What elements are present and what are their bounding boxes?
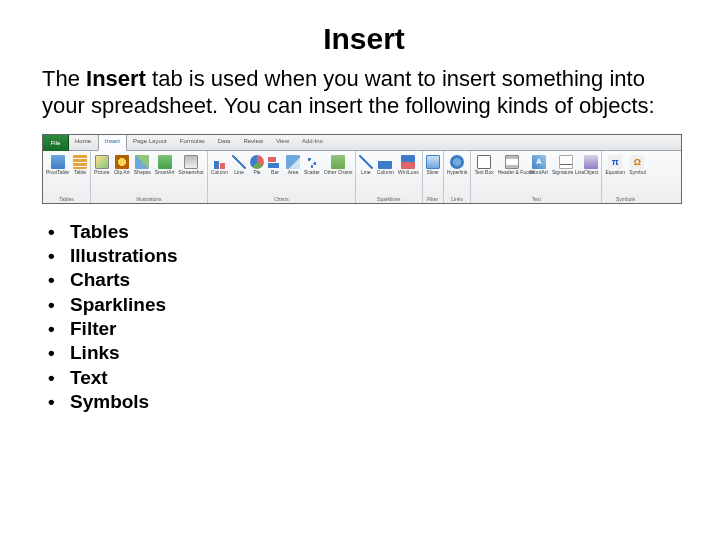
- picture-icon: [95, 155, 109, 169]
- hyperlink-icon: [450, 155, 464, 169]
- slicer-icon: [426, 155, 440, 169]
- tab-insert[interactable]: Insert: [98, 135, 127, 151]
- list-item: Sparklines: [48, 293, 686, 317]
- btn-table[interactable]: Table: [72, 153, 88, 175]
- group-symbols: πEquation ΩSymbol Symbols: [602, 151, 648, 203]
- shapes-icon: [135, 155, 149, 169]
- btn-slicer[interactable]: Slicer: [425, 153, 441, 175]
- btn-hyperlink[interactable]: Hyperlink: [446, 153, 469, 175]
- header-footer-icon: [505, 155, 519, 169]
- symbol-icon: Ω: [630, 155, 644, 169]
- btn-chart-line[interactable]: Line: [231, 153, 247, 175]
- list-item: Tables: [48, 220, 686, 244]
- group-text: Text Box Header & Footer AWordArt Signat…: [471, 151, 602, 203]
- area-chart-icon: [286, 155, 300, 169]
- btn-chart-other[interactable]: Other Charts: [323, 153, 353, 175]
- intro-pre: The: [42, 66, 86, 91]
- ribbon-screenshot: File Home Insert Page Layout Formulas Da…: [42, 134, 682, 204]
- group-text-label: Text: [473, 195, 599, 202]
- pivottable-icon: [51, 155, 65, 169]
- group-tables-label: Tables: [45, 195, 88, 202]
- signature-icon: [559, 155, 573, 169]
- btn-pivottable[interactable]: PivotTable: [45, 153, 70, 175]
- ribbon-tabs: File Home Insert Page Layout Formulas Da…: [43, 135, 681, 151]
- btn-textbox[interactable]: Text Box: [473, 153, 494, 175]
- group-sparklines-label: Sparklines: [358, 195, 420, 202]
- btn-chart-area[interactable]: Area: [285, 153, 301, 175]
- column-chart-icon: [212, 155, 226, 169]
- btn-spark-winloss[interactable]: Win/Loss: [397, 153, 420, 175]
- line-chart-icon: [232, 155, 246, 169]
- tab-formulas[interactable]: Formulas: [174, 135, 212, 150]
- tab-view[interactable]: View: [270, 135, 296, 150]
- list-item: Symbols: [48, 390, 686, 414]
- btn-signature[interactable]: Signature Line: [551, 153, 581, 175]
- btn-picture[interactable]: Picture: [93, 153, 111, 175]
- btn-screenshot[interactable]: Screenshot: [177, 153, 204, 175]
- list-item: Charts: [48, 268, 686, 292]
- group-illustrations-label: Illustrations: [93, 195, 205, 202]
- tab-addins[interactable]: Add-Ins: [296, 135, 330, 150]
- tab-home[interactable]: Home: [69, 135, 98, 150]
- sparkline-line-icon: [359, 155, 373, 169]
- tab-page-layout[interactable]: Page Layout: [127, 135, 174, 150]
- btn-spark-line[interactable]: Line: [358, 153, 374, 175]
- table-icon: [73, 155, 87, 169]
- group-symbols-label: Symbols: [604, 195, 646, 202]
- tab-review[interactable]: Review: [237, 135, 270, 150]
- bar-chart-icon: [268, 155, 282, 169]
- screenshot-icon: [184, 155, 198, 169]
- btn-chart-scatter[interactable]: Scatter: [303, 153, 321, 175]
- object-icon: [584, 155, 598, 169]
- ribbon-body: PivotTable Table Tables Picture Clip Art…: [43, 151, 681, 203]
- group-sparklines: Line Column Win/Loss Sparklines: [356, 151, 423, 203]
- smartart-icon: [158, 155, 172, 169]
- intro-paragraph: The Insert tab is used when you want to …: [42, 66, 662, 120]
- other-charts-icon: [331, 155, 345, 169]
- equation-icon: π: [608, 155, 622, 169]
- btn-clipart[interactable]: Clip Art: [113, 153, 131, 175]
- group-tables: PivotTable Table Tables: [43, 151, 91, 203]
- btn-object[interactable]: Object: [583, 153, 599, 175]
- btn-chart-bar[interactable]: Bar: [267, 153, 283, 175]
- btn-symbol[interactable]: ΩSymbol: [628, 153, 647, 175]
- btn-smartart[interactable]: SmartArt: [154, 153, 176, 175]
- list-item: Illustrations: [48, 244, 686, 268]
- btn-shapes[interactable]: Shapes: [133, 153, 152, 175]
- group-charts: Column Line Pie Bar Area Scatter Other C…: [208, 151, 356, 203]
- group-links-label: Links: [446, 195, 469, 202]
- btn-equation[interactable]: πEquation: [604, 153, 626, 175]
- btn-header-footer[interactable]: Header & Footer: [497, 153, 527, 175]
- btn-chart-column[interactable]: Column: [210, 153, 229, 175]
- list-item: Filter: [48, 317, 686, 341]
- tab-file[interactable]: File: [43, 135, 69, 151]
- btn-chart-pie[interactable]: Pie: [249, 153, 265, 175]
- objects-list: Tables Illustrations Charts Sparklines F…: [48, 220, 686, 415]
- sparkline-winloss-icon: [401, 155, 415, 169]
- page-title: Insert: [202, 22, 526, 56]
- list-item: Text: [48, 366, 686, 390]
- intro-bold: Insert: [86, 66, 146, 91]
- wordart-icon: A: [532, 155, 546, 169]
- group-illustrations: Picture Clip Art Shapes SmartArt Screens…: [91, 151, 208, 203]
- btn-spark-column[interactable]: Column: [376, 153, 395, 175]
- sparkline-column-icon: [378, 155, 392, 169]
- pie-chart-icon: [250, 155, 264, 169]
- btn-wordart[interactable]: AWordArt: [529, 153, 549, 175]
- group-filter-label: Filter: [425, 195, 441, 202]
- textbox-icon: [477, 155, 491, 169]
- scatter-chart-icon: [305, 155, 319, 169]
- list-item: Links: [48, 341, 686, 365]
- group-links: Hyperlink Links: [444, 151, 472, 203]
- group-filter: Slicer Filter: [423, 151, 444, 203]
- group-charts-label: Charts: [210, 195, 353, 202]
- clipart-icon: [115, 155, 129, 169]
- tab-data[interactable]: Data: [212, 135, 238, 150]
